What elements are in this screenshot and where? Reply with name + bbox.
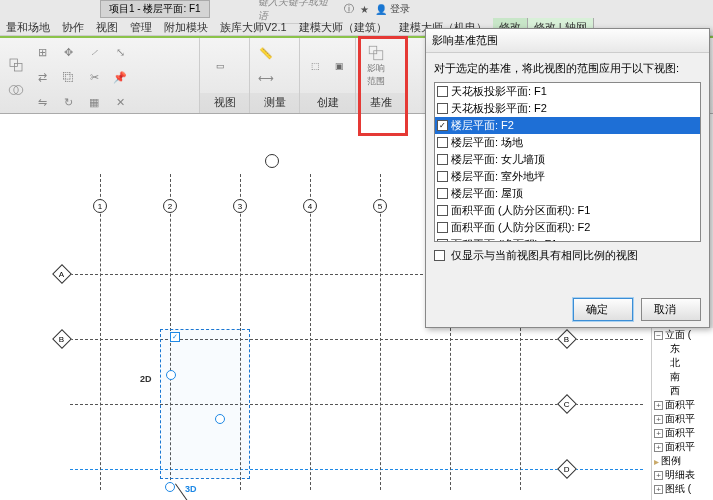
view-checkbox[interactable]	[437, 154, 448, 165]
view-label: 楼层平面: 室外地坪	[451, 169, 545, 184]
grid-bubble-row[interactable]: B	[557, 329, 577, 349]
dialog-list-item[interactable]: 面积平面 (人防分区面积): F1	[435, 202, 700, 219]
mirror-icon[interactable]: ⇋	[30, 90, 54, 114]
create-similar-icon[interactable]: ⬚	[304, 44, 327, 88]
grid-endpoint[interactable]	[166, 370, 176, 380]
user-icon[interactable]: 👤	[374, 2, 388, 16]
measure-icon[interactable]: 📏	[254, 41, 278, 65]
pin-icon[interactable]: 📌	[108, 65, 132, 89]
delete-icon[interactable]: ✕	[108, 90, 132, 114]
view-checkbox[interactable]	[437, 137, 448, 148]
tab-addins[interactable]: 附加模块	[158, 18, 214, 35]
tree-expand-icon[interactable]: +	[654, 415, 663, 424]
grid-bubble[interactable]: 3	[233, 199, 247, 213]
grid-bubble-detached[interactable]	[265, 154, 279, 168]
rotate-icon[interactable]: ↻	[56, 90, 80, 114]
grid-endpoint[interactable]	[215, 414, 225, 424]
view-checkbox[interactable]	[437, 205, 448, 216]
tree-item[interactable]: 面积平	[665, 440, 695, 454]
tree-item[interactable]: 南	[670, 370, 680, 384]
info-icon[interactable]: ⓘ	[342, 2, 356, 16]
group-view-label: 视图	[200, 93, 249, 113]
view-label: 楼层平面: 屋顶	[451, 186, 523, 201]
tab-collaborate[interactable]: 协作	[56, 18, 90, 35]
scale-icon[interactable]: ⤡	[108, 40, 132, 64]
grid-bubble[interactable]: 2	[163, 199, 177, 213]
dialog-view-list[interactable]: 天花板投影平面: F1天花板投影平面: F2✓楼层平面: F2楼层平面: 场地楼…	[434, 82, 701, 242]
dialog-list-item[interactable]: ✓楼层平面: F2	[435, 117, 700, 134]
view-checkbox[interactable]	[437, 222, 448, 233]
tree-item[interactable]: 面积平	[665, 398, 695, 412]
grid-bubble[interactable]: 4	[303, 199, 317, 213]
dimension-icon[interactable]: ⟷	[254, 66, 278, 90]
join-geometry-icon[interactable]	[4, 78, 28, 102]
split-icon[interactable]: ✂	[82, 65, 106, 89]
datum-extent-button[interactable]: 影响 范围	[360, 44, 392, 88]
cancel-button[interactable]: 取消	[641, 298, 701, 321]
dialog-list-item[interactable]: 楼层平面: 女儿墙顶	[435, 151, 700, 168]
datum-btn-line1: 影响	[367, 62, 385, 75]
ok-button[interactable]: 确定	[573, 298, 633, 321]
dim-2d-label[interactable]: 2D	[140, 374, 152, 384]
dialog-list-item[interactable]: 面积平面 (净面积): F1	[435, 236, 700, 242]
copy-icon[interactable]: ⿻	[56, 65, 80, 89]
tree-item[interactable]: 面积平	[665, 426, 695, 440]
tree-expand-icon[interactable]: +	[654, 401, 663, 410]
view-checkbox[interactable]	[437, 103, 448, 114]
tree-item[interactable]: 图例	[661, 454, 681, 468]
view-label: 面积平面 (净面积): F1	[451, 237, 557, 242]
grid-bubble-row[interactable]: D	[557, 459, 577, 479]
grid-endpoint[interactable]	[165, 482, 175, 492]
tree-item[interactable]: 东	[670, 342, 680, 356]
view-checkbox[interactable]	[437, 171, 448, 182]
cut-geometry-icon[interactable]	[4, 53, 28, 77]
tree-item[interactable]: 西	[670, 384, 680, 398]
grid-bubble-row[interactable]: A	[52, 264, 72, 284]
grid-check-toggle[interactable]: ✓	[170, 332, 180, 342]
tree-expand-icon[interactable]: +	[654, 443, 663, 452]
tab-mass-site[interactable]: 量和场地	[0, 18, 56, 35]
grid-bubble-row[interactable]: C	[557, 394, 577, 414]
tab-manage[interactable]: 管理	[124, 18, 158, 35]
tree-expand-icon[interactable]: +	[654, 485, 663, 494]
tab-model-arch[interactable]: 建模大师（建筑）	[293, 18, 393, 35]
dialog-list-item[interactable]: 天花板投影平面: F2	[435, 100, 700, 117]
dialog-list-item[interactable]: 楼层平面: 室外地坪	[435, 168, 700, 185]
move-icon[interactable]: ✥	[56, 40, 80, 64]
tree-item[interactable]: 北	[670, 356, 680, 370]
tree-expand-icon[interactable]: +	[654, 429, 663, 438]
grid-bubble-row[interactable]: B	[52, 329, 72, 349]
tree-elev-header[interactable]: 立面 (	[665, 328, 691, 342]
datum-extent-dialog: 影响基准范围 对于选定的基准，将此视图的范围应用于以下视图: 天花板投影平面: …	[425, 28, 710, 328]
view-checkbox[interactable]: ✓	[437, 120, 448, 131]
align-icon[interactable]: ⊞	[30, 40, 54, 64]
offset-icon[interactable]: ⇄	[30, 65, 54, 89]
tree-collapse-icon[interactable]: −	[654, 331, 663, 340]
view-checkbox[interactable]	[437, 86, 448, 97]
view-icon[interactable]: ▭	[204, 44, 236, 88]
only-same-scale-checkbox[interactable]	[434, 250, 445, 261]
project-browser[interactable]: −立面 ( 东 北 南 西 +面积平 +面积平 +面积平 +面积平 ▸图例 +明…	[651, 328, 713, 500]
svg-rect-4	[369, 46, 377, 54]
tree-item[interactable]: 面积平	[665, 412, 695, 426]
login-label[interactable]: 登录	[390, 2, 410, 16]
array-icon[interactable]: ▦	[82, 90, 106, 114]
tab-view[interactable]: 视图	[90, 18, 124, 35]
trim-icon[interactable]: ⟋	[82, 40, 106, 64]
view-checkbox[interactable]	[437, 239, 448, 242]
view-checkbox[interactable]	[437, 188, 448, 199]
create-group-icon[interactable]: ▣	[329, 44, 352, 88]
grid-bubble[interactable]: 5	[373, 199, 387, 213]
dialog-list-item[interactable]: 天花板投影平面: F1	[435, 83, 700, 100]
dialog-list-item[interactable]: 楼层平面: 屋顶	[435, 185, 700, 202]
dialog-list-item[interactable]: 楼层平面: 场地	[435, 134, 700, 151]
tree-item[interactable]: 图纸 (	[665, 482, 691, 496]
document-tab[interactable]: 项目1 - 楼层平面: F1	[100, 0, 210, 18]
tree-expand-icon[interactable]: +	[654, 471, 663, 480]
tab-family-master[interactable]: 族库大师V2.1	[214, 18, 293, 35]
grid-bubble[interactable]: 1	[93, 199, 107, 213]
dim-3d-label[interactable]: 3D	[185, 484, 197, 494]
dialog-list-item[interactable]: 面积平面 (人防分区面积): F2	[435, 219, 700, 236]
star-icon[interactable]: ★	[358, 2, 372, 16]
tree-item[interactable]: 明细表	[665, 468, 695, 482]
